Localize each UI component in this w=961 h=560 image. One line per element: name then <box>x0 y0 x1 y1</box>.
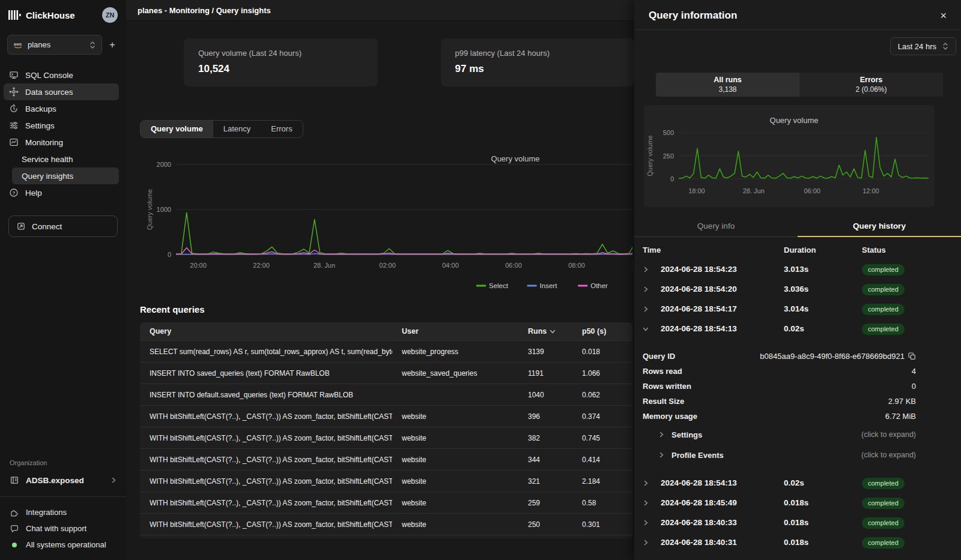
close-icon[interactable]: × <box>940 11 947 20</box>
add-service-button[interactable]: + <box>106 38 119 52</box>
svg-text:aws: aws <box>14 42 22 46</box>
chevron-right-icon[interactable] <box>643 520 661 526</box>
expandable-profile-events[interactable]: Profile Events(click to expand) <box>634 445 961 465</box>
sidebar-item-backups[interactable]: Backups <box>4 100 119 117</box>
segment-errors[interactable]: Errors2 (0.06%) <box>799 73 943 97</box>
history-row[interactable]: 2024-06-28 18:40:310.018scompleted <box>634 532 961 552</box>
sidebar-item-service-health[interactable]: Service health <box>12 151 119 167</box>
recent-queries-title: Recent queries <box>140 304 634 315</box>
cell-p50: 0.301 <box>572 520 632 529</box>
footer-item-chat-with-support[interactable]: Chat with support <box>0 520 126 537</box>
column-header-runs[interactable]: Runs <box>518 327 572 336</box>
status-cell: completed <box>862 537 905 549</box>
chevron-right-icon[interactable] <box>643 500 661 506</box>
stat-card-1: p99 latency (Last 24 hours)97 ms <box>441 38 635 86</box>
table-row[interactable]: WITH bitShiftLeft(CAST(?..), _CAST(?..))… <box>140 513 632 535</box>
organization-item[interactable]: ADSB.exposed <box>0 472 126 489</box>
history-row[interactable]: 2024-06-28 18:54:173.014scompleted <box>634 299 961 319</box>
panel-header: Query information × <box>634 0 961 30</box>
chevron-right-icon[interactable] <box>643 286 661 292</box>
table-row[interactable]: SELECT sum(read_rows) AS r, sum(total_ro… <box>140 340 632 362</box>
column-header-p50-s-[interactable]: p50 (s) <box>572 327 632 336</box>
detail-value: b0845aa9-a8c9-49f0-8f68-e678669bd921 <box>760 352 916 361</box>
status-badge: completed <box>862 517 905 529</box>
status-badge: completed <box>862 498 905 509</box>
run-duration: 0.02s <box>784 324 862 333</box>
chart-tabs: Query volumeLatencyErrors <box>140 120 303 138</box>
chevron-right-icon <box>111 476 117 485</box>
integrations-icon <box>10 508 19 517</box>
run-time: 2024-06-28 18:54:13 <box>661 324 784 333</box>
column-header-user[interactable]: User <box>392 327 518 336</box>
svg-text:20:00: 20:00 <box>190 262 207 269</box>
svg-text:12:00: 12:00 <box>862 187 879 194</box>
sidebar-item-label: SQL Console <box>25 71 73 80</box>
svg-text:0: 0 <box>670 175 674 182</box>
chevron-right-icon[interactable] <box>643 266 661 272</box>
cell-runs: 396 <box>518 412 572 421</box>
history-row[interactable]: 2024-06-28 18:54:130.02scompleted <box>634 473 961 493</box>
avatar[interactable]: ZN <box>102 7 118 23</box>
sidebar-item-query-insights[interactable]: Query insights <box>12 167 119 184</box>
sidebar-item-data-sources[interactable]: Data sources <box>4 83 119 100</box>
query-volume-chart[interactable]: Query volumeQuery volume01000200020:0022… <box>140 146 632 290</box>
tab-errors[interactable]: Errors <box>261 121 302 137</box>
history-row[interactable]: 2024-06-28 18:40:330.018scompleted <box>634 513 961 532</box>
svg-text:2000: 2000 <box>157 161 171 168</box>
column-header-query[interactable]: Query <box>140 327 392 336</box>
svg-text:04:00: 04:00 <box>442 262 459 269</box>
stat-label: p99 latency (Last 24 hours) <box>455 49 620 58</box>
sidebar-item-monitoring[interactable]: Monitoring <box>4 134 119 151</box>
runs-errors-segmented-control: All runs3,138Errors2 (0.06%) <box>656 73 943 97</box>
sidebar-item-settings[interactable]: Settings <box>4 117 119 134</box>
svg-text:Select: Select <box>489 282 509 289</box>
panel-tab-query-info[interactable]: Query info <box>634 217 798 236</box>
table-row[interactable]: INSERT INTO default.saved_queries (text)… <box>140 384 632 405</box>
run-time: 2024-06-28 18:54:23 <box>661 265 784 274</box>
footer-item-integrations[interactable]: Integrations <box>0 504 126 520</box>
table-row[interactable]: WITH bitShiftLeft(CAST(?..), _CAST(?..))… <box>140 427 632 448</box>
backups-icon <box>9 104 19 113</box>
status-cell: completed <box>862 263 905 275</box>
table-row[interactable]: WITH bitShiftLeft(CAST(?..), _CAST(?..))… <box>140 448 632 470</box>
segment-value: 2 (0.06%) <box>855 85 887 94</box>
chevron-down-icon[interactable] <box>643 326 661 332</box>
sql-console-icon <box>9 70 19 80</box>
status-cell: completed <box>862 283 905 295</box>
history-row[interactable]: 2024-06-28 18:54:203.036scompleted <box>634 279 961 299</box>
panel-tab-query-history[interactable]: Query history <box>798 217 961 237</box>
footer-item-all-systems-operational[interactable]: All systems operational <box>0 537 126 553</box>
mini-query-volume-chart[interactable]: Query volumeQuery volume025050018:0028. … <box>644 105 935 207</box>
table-row[interactable]: WITH bitShiftLeft(CAST(?..), _CAST(?..))… <box>140 405 632 427</box>
time-range-selector[interactable]: Last 24 hrs <box>890 37 956 55</box>
chevron-right-icon[interactable] <box>643 306 661 312</box>
svg-text:500: 500 <box>663 129 674 136</box>
updown-icon <box>942 42 948 50</box>
table-row[interactable]: WITH bitShiftLeft(CAST(?..), _CAST(?..))… <box>140 492 632 513</box>
history-row[interactable]: 2024-06-28 18:54:130.02scompleted <box>634 319 961 339</box>
history-row[interactable]: 2024-06-28 18:54:233.013scompleted <box>634 259 961 279</box>
service-selector[interactable]: aws planes <box>7 35 102 55</box>
clickhouse-logo-icon[interactable] <box>8 10 21 20</box>
history-row[interactable]: 2024-06-28 18:45:490.018scompleted <box>634 493 961 513</box>
sidebar-item-help[interactable]: ?Help <box>4 184 119 201</box>
panel-tabs: Query infoQuery history <box>634 217 961 237</box>
status-badge: completed <box>862 304 905 315</box>
table-row[interactable]: WITH bitShiftLeft(CAST(?..), _CAST(?..))… <box>140 470 632 492</box>
run-duration: 0.018s <box>784 498 862 507</box>
chevron-right-icon[interactable] <box>643 480 661 486</box>
cell-p50: 1.066 <box>572 369 632 378</box>
detail-field-query-id: Query IDb0845aa9-a8c9-49f0-8f68-e678669b… <box>634 349 961 364</box>
expandable-settings[interactable]: Settings(click to expand) <box>634 425 961 444</box>
tab-latency[interactable]: Latency <box>213 121 261 137</box>
segment-all-runs[interactable]: All runs3,138 <box>656 73 799 97</box>
cell-p50: 2.184 <box>572 477 632 486</box>
copy-icon[interactable] <box>908 352 916 360</box>
sidebar-item-sql-console[interactable]: SQL Console <box>4 67 119 83</box>
run-duration: 3.014s <box>784 304 862 313</box>
brand-name: ClickHouse <box>26 10 75 20</box>
table-row[interactable]: INSERT INTO saved_queries (text) FORMAT … <box>140 362 632 384</box>
connect-button[interactable]: Connect <box>8 215 118 237</box>
chevron-right-icon[interactable] <box>643 540 661 546</box>
tab-query-volume[interactable]: Query volume <box>141 121 213 137</box>
